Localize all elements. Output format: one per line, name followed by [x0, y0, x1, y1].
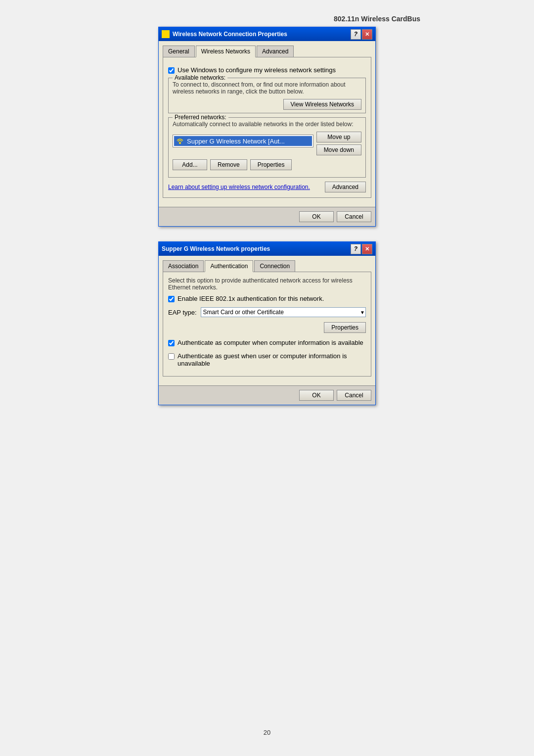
network-list: Supper G Wireless Network [Aut...	[173, 135, 313, 147]
eap-properties-button[interactable]: Properties	[324, 322, 366, 333]
auth-description: Select this option to provide authentica…	[168, 277, 366, 291]
dialog1-tabs: General Wireless Networks Advanced	[163, 45, 371, 57]
available-networks-desc: To connect to, disconnect from, or find …	[173, 81, 361, 95]
dialog1-title-area: Wireless Network Connection Properties	[162, 30, 287, 38]
network-item-label: Supper G Wireless Network [Aut...	[187, 138, 285, 145]
tab-general[interactable]: General	[163, 46, 195, 57]
dialog2-title-area: Supper G Wireless Network properties	[162, 245, 270, 252]
view-btn-row: View Wireless Networks	[173, 99, 361, 110]
auth-guest-checkbox-row: Authenticate as guest when user or compu…	[168, 352, 366, 367]
dialog2-title-text: Supper G Wireless Network properties	[162, 245, 270, 252]
auth-guest-label: Authenticate as guest when user or compu…	[178, 352, 366, 367]
tab-advanced[interactable]: Advanced	[257, 46, 294, 57]
auth-computer-checkbox-row: Authenticate as computer when computer i…	[168, 339, 366, 346]
dialog2-bottom-row: OK Cancel	[159, 385, 375, 405]
learn-link[interactable]: Learn about setting up wireless network …	[168, 184, 310, 190]
properties-button[interactable]: Properties	[250, 159, 292, 170]
network-area: Supper G Wireless Network [Aut... Move u…	[173, 132, 361, 155]
dialog2: Supper G Wireless Network properties ? ✕…	[158, 241, 376, 405]
dialog2-cancel-button[interactable]: Cancel	[337, 390, 371, 401]
use-windows-label: Use Windows to configure my wireless net…	[178, 66, 336, 74]
dialog2-content: Association Authentication Connection Se…	[159, 256, 375, 380]
dialog2-close-button[interactable]: ✕	[362, 244, 372, 254]
auth-guest-checkbox[interactable]	[168, 353, 175, 360]
enable-ieee-checkbox[interactable]	[168, 296, 175, 302]
use-windows-checkbox-row: Use Windows to configure my wireless net…	[168, 66, 366, 74]
preferred-networks-section: Preferred networks: Automatically connec…	[168, 117, 366, 178]
eap-dropdown-container: Smart Card or other CertificateMD5-Chall…	[201, 307, 366, 317]
svg-rect-2	[165, 33, 167, 34]
available-networks-title: Available networks:	[173, 74, 227, 81]
page-number: 20	[254, 719, 280, 746]
tab-association[interactable]: Association	[163, 260, 204, 272]
view-wireless-networks-button[interactable]: View Wireless Networks	[283, 99, 361, 110]
tab-connection[interactable]: Connection	[254, 260, 295, 272]
enable-ieee-label: Enable IEEE 802.1x authentication for th…	[178, 295, 324, 302]
enable-ieee-checkbox-row: Enable IEEE 802.1x authentication for th…	[168, 295, 366, 302]
dialog2-help-button[interactable]: ?	[351, 244, 361, 254]
remove-button[interactable]: Remove	[210, 159, 247, 170]
eap-properties-row: Properties	[168, 322, 366, 333]
dialog2-titlebar-buttons: ? ✕	[351, 244, 372, 254]
dialog1-titlebar: Wireless Network Connection Properties ?…	[159, 27, 375, 41]
dialog2-tab-content: Select this option to provide authentica…	[163, 272, 371, 377]
dialog1-close-button[interactable]: ✕	[362, 29, 372, 40]
dialog2-ok-button[interactable]: OK	[299, 390, 334, 401]
top-label: 802.11n Wireless CardBus	[114, 15, 420, 23]
move-buttons: Move up Move down	[316, 132, 361, 155]
eap-type-row: EAP type: Smart Card or other Certificat…	[168, 307, 366, 317]
preferred-networks-title: Preferred networks:	[173, 114, 228, 121]
eap-label: EAP type:	[168, 309, 197, 316]
dialog1-tab-content: Use Windows to configure my wireless net…	[163, 57, 371, 198]
learn-row: Learn about setting up wireless network …	[168, 182, 366, 192]
dialog1-cancel-button[interactable]: Cancel	[337, 211, 371, 222]
svg-point-5	[179, 142, 181, 144]
use-windows-checkbox[interactable]	[168, 67, 175, 74]
move-up-button[interactable]: Move up	[316, 132, 361, 142]
available-networks-section: Available networks: To connect to, disco…	[168, 78, 366, 113]
auth-computer-checkbox[interactable]	[168, 340, 175, 346]
dialog1-help-button[interactable]: ?	[351, 29, 361, 40]
eap-type-select[interactable]: Smart Card or other CertificateMD5-Chall…	[201, 307, 366, 317]
add-button[interactable]: Add...	[173, 159, 207, 170]
dialog1-content: General Wireless Networks Advanced Use W…	[159, 41, 375, 202]
dialog1: Wireless Network Connection Properties ?…	[158, 27, 376, 227]
add-remove-props-row: Add... Remove Properties	[173, 159, 361, 170]
network-connection-icon	[162, 30, 170, 38]
network-list-container: Supper G Wireless Network [Aut...	[173, 132, 313, 155]
tab-authentication[interactable]: Authentication	[205, 260, 253, 272]
dialog1-ok-button[interactable]: OK	[299, 211, 334, 222]
dialog1-bottom-row: OK Cancel	[159, 207, 375, 226]
dialog1-titlebar-buttons: ? ✕	[351, 29, 372, 40]
advanced-button[interactable]: Advanced	[325, 182, 366, 192]
wifi-icon	[176, 137, 184, 145]
auth-computer-label: Authenticate as computer when computer i…	[178, 339, 363, 346]
network-list-item[interactable]: Supper G Wireless Network [Aut...	[174, 136, 312, 146]
tab-wireless-networks[interactable]: Wireless Networks	[196, 46, 256, 57]
dialog2-tabs: Association Authentication Connection	[163, 260, 371, 272]
dialog1-title-text: Wireless Network Connection Properties	[173, 31, 287, 38]
preferred-networks-desc: Automatically connect to available netwo…	[173, 121, 361, 128]
dialog2-titlebar: Supper G Wireless Network properties ? ✕	[159, 242, 375, 256]
move-down-button[interactable]: Move down	[316, 144, 361, 155]
